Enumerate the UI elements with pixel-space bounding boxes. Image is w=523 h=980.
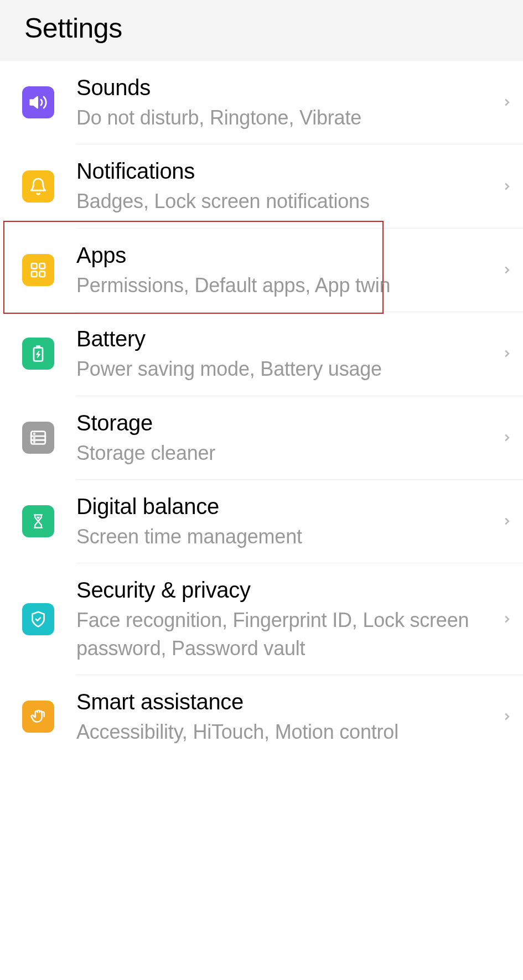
svg-rect-2	[40, 263, 45, 268]
settings-item-title: Digital balance	[76, 492, 494, 521]
hand-icon	[22, 701, 54, 733]
settings-item-subtitle: Accessibility, HiTouch, Motion control	[76, 718, 494, 746]
settings-header: Settings	[0, 0, 523, 61]
svg-rect-4	[40, 272, 45, 277]
settings-item-security[interactable]: Security & privacy Face recognition, Fin…	[0, 563, 523, 675]
shield-icon	[22, 603, 54, 635]
svg-marker-0	[30, 97, 38, 108]
chevron-right-icon	[501, 177, 513, 196]
sound-icon	[22, 86, 54, 118]
chevron-right-icon	[501, 511, 513, 531]
settings-item-subtitle: Badges, Lock screen notifications	[76, 188, 494, 215]
settings-item-smart-assistance[interactable]: Smart assistance Accessibility, HiTouch,…	[0, 675, 523, 758]
chevron-right-icon	[501, 92, 513, 112]
settings-item-subtitle: Face recognition, Fingerprint ID, Lock s…	[76, 606, 494, 662]
chevron-right-icon	[501, 260, 513, 280]
settings-item-notifications[interactable]: Notifications Badges, Lock screen notifi…	[0, 144, 523, 227]
settings-item-subtitle: Do not disturb, Ringtone, Vibrate	[76, 104, 494, 132]
settings-item-content: Notifications Badges, Lock screen notifi…	[76, 157, 494, 215]
settings-item-content: Digital balance Screen time management	[76, 492, 494, 551]
chevron-right-icon	[501, 344, 513, 364]
hourglass-icon	[22, 505, 54, 537]
settings-item-title: Storage	[76, 408, 494, 437]
settings-item-content: Apps Permissions, Default apps, App twin	[76, 241, 494, 299]
svg-point-11	[34, 438, 34, 438]
bell-icon	[22, 170, 54, 203]
storage-icon	[22, 422, 54, 454]
settings-item-subtitle: Permissions, Default apps, App twin	[76, 272, 494, 299]
chevron-right-icon	[501, 609, 513, 629]
settings-item-storage[interactable]: Storage Storage cleaner	[0, 396, 523, 479]
battery-icon	[22, 338, 54, 370]
settings-item-title: Apps	[76, 241, 494, 269]
settings-item-sounds[interactable]: Sounds Do not disturb, Ringtone, Vibrate	[0, 61, 523, 144]
svg-point-10	[34, 433, 34, 434]
settings-item-subtitle: Storage cleaner	[76, 439, 494, 467]
settings-item-title: Security & privacy	[76, 575, 494, 604]
settings-item-subtitle: Power saving mode, Battery usage	[76, 355, 494, 383]
settings-item-subtitle: Screen time management	[76, 523, 494, 551]
settings-item-content: Security & privacy Face recognition, Fin…	[76, 575, 494, 662]
settings-item-content: Storage Storage cleaner	[76, 408, 494, 467]
settings-item-content: Battery Power saving mode, Battery usage	[76, 324, 494, 383]
settings-item-content: Sounds Do not disturb, Ringtone, Vibrate	[76, 73, 494, 132]
settings-item-apps[interactable]: Apps Permissions, Default apps, App twin	[0, 229, 523, 312]
page-title: Settings	[24, 12, 499, 44]
chevron-right-icon	[501, 707, 513, 727]
svg-point-12	[34, 442, 34, 442]
settings-item-title: Battery	[76, 324, 494, 353]
chevron-right-icon	[501, 428, 513, 448]
settings-item-title: Notifications	[76, 157, 494, 185]
apps-grid-icon	[22, 254, 54, 286]
settings-item-content: Smart assistance Accessibility, HiTouch,…	[76, 687, 494, 746]
svg-rect-1	[32, 263, 37, 268]
settings-list: Sounds Do not disturb, Ringtone, Vibrate…	[0, 61, 523, 759]
settings-item-title: Smart assistance	[76, 687, 494, 716]
settings-item-title: Sounds	[76, 73, 494, 102]
settings-item-digital-balance[interactable]: Digital balance Screen time management	[0, 480, 523, 563]
settings-item-battery[interactable]: Battery Power saving mode, Battery usage	[0, 312, 523, 395]
svg-rect-3	[32, 272, 37, 277]
